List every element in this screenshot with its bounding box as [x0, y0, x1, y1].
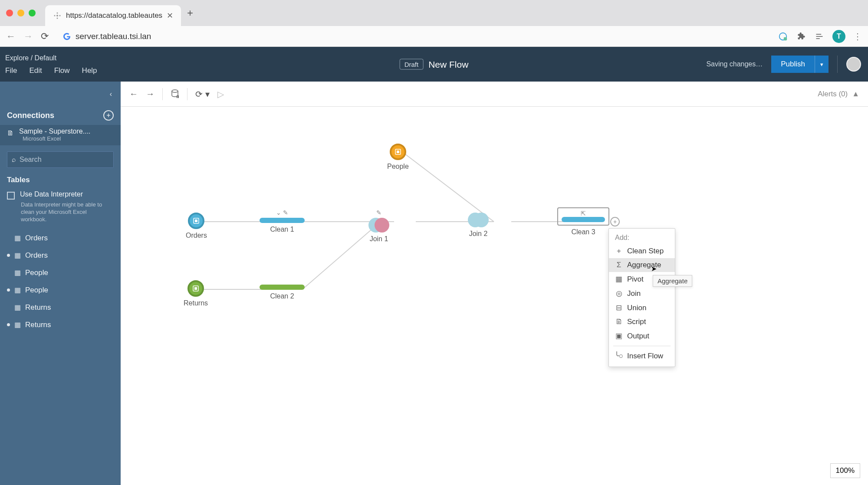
url-field[interactable]: server.tableau.tsi.lan: [56, 29, 770, 44]
table-item-orders-alt[interactable]: ▦ Orders: [0, 247, 121, 264]
svg-rect-14: [397, 151, 399, 153]
breadcrumb-default[interactable]: Default: [35, 54, 57, 62]
canvas-toolbar: ← → ⟳ ▾ ▷ Alerts (0) ▲: [121, 82, 868, 107]
table-icon: ▦: [14, 286, 21, 294]
ctx-item-insert-flow[interactable]: ╰○ Insert Flow: [609, 349, 675, 363]
node-label: Clean 2: [270, 292, 294, 300]
ctx-item-output[interactable]: ▣ Output: [609, 329, 675, 343]
back-button[interactable]: ←: [6, 31, 16, 42]
warning-icon: ▲: [852, 90, 859, 98]
node-label: People: [387, 163, 409, 170]
data-interpreter-label: Use Data Interpreter: [20, 190, 83, 198]
forward-button[interactable]: →: [23, 31, 33, 42]
svg-rect-8: [816, 36, 823, 37]
svg-point-2: [59, 15, 61, 16]
draft-badge: Draft: [400, 59, 424, 70]
svg-rect-12: [178, 95, 179, 98]
bullet-icon: [7, 323, 10, 326]
collapse-sidebar-button[interactable]: ‹: [110, 90, 112, 98]
popout-icon: ⇱: [562, 210, 605, 217]
table-item-people[interactable]: ▦ People: [0, 264, 121, 282]
svg-point-0: [56, 15, 58, 16]
add-connection-button[interactable]: +: [103, 110, 114, 121]
browser-tab[interactable]: https://datacatalog.tableautes ✕: [45, 5, 181, 26]
tables-heading: Tables: [0, 172, 121, 188]
table-icon: ▦: [14, 269, 21, 277]
connection-item[interactable]: 🗎 Sample - Superstore.... Microsoft Exce…: [0, 125, 121, 145]
table-item-people-alt[interactable]: ▦ People: [0, 282, 121, 299]
ctx-item-clean-step[interactable]: + Clean Step: [609, 244, 675, 258]
join-icon: ◎: [615, 289, 623, 298]
publish-dropdown-button[interactable]: ▾: [815, 56, 829, 73]
node-people[interactable]: People: [387, 144, 409, 170]
alerts-label[interactable]: Alerts (0): [818, 90, 848, 98]
flow-title[interactable]: New Flow: [428, 59, 468, 69]
context-menu-title: Add:: [609, 232, 675, 244]
zoom-level[interactable]: 100%: [830, 463, 860, 478]
node-clean1[interactable]: ⌄ ✎ Clean 1: [260, 209, 305, 233]
table-item-returns[interactable]: ▦ Returns: [0, 299, 121, 316]
node-label: Returns: [184, 299, 208, 307]
datasource-icon: [187, 280, 204, 297]
node-label: Join 2: [469, 230, 488, 238]
node-join1[interactable]: ✎ Join 1: [368, 209, 389, 243]
run-flow-button[interactable]: ▷: [217, 89, 224, 99]
header-separator: [837, 56, 838, 73]
breadcrumb-explore[interactable]: Explore: [5, 54, 29, 62]
profile-avatar[interactable]: T: [832, 30, 845, 43]
window-close-button[interactable]: [6, 10, 13, 16]
node-orders[interactable]: Orders: [186, 213, 207, 239]
menu-help[interactable]: Help: [82, 66, 97, 75]
add-step-button[interactable]: +: [610, 217, 620, 226]
undo-button[interactable]: ←: [129, 89, 138, 99]
ctx-item-script[interactable]: 🗎 Script: [609, 315, 675, 329]
breadcrumb: Explore / Default: [5, 54, 97, 62]
reload-button[interactable]: ⟳: [41, 31, 49, 42]
window-maximize-button[interactable]: [29, 10, 36, 16]
search-input-wrapper[interactable]: ⌕: [7, 151, 114, 168]
node-returns[interactable]: Returns: [184, 280, 208, 307]
table-item-orders[interactable]: ▦ Orders: [0, 229, 121, 247]
user-avatar[interactable]: [846, 57, 861, 72]
flow-canvas[interactable]: ← → ⟳ ▾ ▷ Alerts (0) ▲: [121, 82, 868, 485]
menu-edit[interactable]: Edit: [29, 66, 42, 75]
node-label: Join 1: [370, 235, 388, 243]
tab-title: https://datacatalog.tableautes: [66, 11, 162, 20]
data-sample-button[interactable]: [171, 89, 179, 99]
reading-list-icon[interactable]: [814, 31, 825, 42]
ctx-item-join[interactable]: ◎ Join: [609, 286, 675, 301]
close-tab-button[interactable]: ✕: [167, 11, 173, 20]
node-clean3[interactable]: ⇱ Clean 3: [557, 207, 609, 236]
clean-step-pill: [260, 218, 305, 223]
checkbox-icon[interactable]: [7, 192, 15, 200]
svg-rect-7: [816, 34, 822, 35]
new-tab-button[interactable]: +: [187, 7, 193, 19]
svg-rect-16: [195, 220, 197, 222]
search-input[interactable]: [20, 156, 109, 164]
node-clean2[interactable]: Clean 2: [260, 285, 305, 300]
table-icon: ▦: [14, 303, 21, 311]
refresh-dropdown-button[interactable]: ⟳ ▾: [195, 89, 210, 99]
chrome-menu-button[interactable]: ⋮: [853, 31, 862, 42]
window-minimize-button[interactable]: [17, 10, 24, 16]
venn-icon: [468, 213, 489, 227]
flow-icon: ╰○: [615, 351, 623, 360]
filter-icon: ⌄ ✎: [276, 209, 288, 216]
edit-icon: ✎: [376, 209, 381, 216]
extensions-icon[interactable]: [796, 31, 806, 42]
datasource-icon: [390, 144, 406, 160]
menu-file[interactable]: File: [5, 66, 17, 75]
node-join2[interactable]: Join 2: [468, 213, 489, 238]
ctx-item-union[interactable]: ⊟ Union: [609, 301, 675, 315]
menu-flow[interactable]: Flow: [54, 66, 70, 75]
table-item-returns-alt[interactable]: ▦ Returns: [0, 316, 121, 334]
data-interpreter-checkbox-row[interactable]: Use Data Interpreter: [0, 188, 121, 201]
publish-button[interactable]: Publish: [771, 56, 815, 73]
share-icon[interactable]: [778, 31, 788, 42]
venn-icon: [368, 218, 389, 233]
redo-button[interactable]: →: [146, 89, 155, 99]
ctx-item-aggregate[interactable]: Σ Aggregate: [609, 258, 675, 272]
connection-name: Sample - Superstore....: [19, 128, 91, 135]
sidebar: ‹ Connections + 🗎 Sample - Superstore...…: [0, 82, 121, 485]
connection-type: Microsoft Excel: [23, 135, 91, 142]
